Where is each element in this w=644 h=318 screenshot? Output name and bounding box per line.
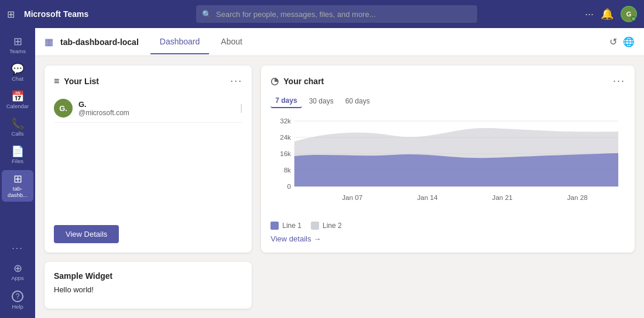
legend-line1: Line 1 [270, 222, 302, 230]
list-item-name: G. [78, 100, 234, 109]
content-area: ▦ tab-dashboard-local Dashboard About ↺ … [35, 28, 644, 318]
teams-icon: ⊞ [13, 36, 22, 47]
list-card-title: ≡ Your List [54, 76, 99, 87]
filter-30days[interactable]: 30 days [304, 94, 338, 108]
filter-60days[interactable]: 60 days [341, 94, 375, 108]
list-item-avatar: G. [54, 99, 73, 117]
app-tab-icon: ▦ [44, 36, 53, 47]
svg-text:Jan 28: Jan 28 [567, 195, 588, 201]
chart-svg: 32k 24k 16k 8k 0 [270, 115, 625, 209]
tab-dashboard-icon: ⊞ [13, 174, 22, 184]
chart-card: ◔ Your chart ··· 7 days 30 days 60 days … [261, 65, 635, 253]
files-icon: 📄 [11, 146, 24, 157]
tab-actions: ↺ 🌐 [609, 36, 635, 47]
svg-text:Jan 14: Jan 14 [417, 195, 438, 201]
chart-card-menu[interactable]: ··· [613, 75, 625, 87]
search-input[interactable] [216, 10, 471, 19]
arrow-icon: → [313, 234, 321, 243]
legend-color-line2 [311, 222, 319, 230]
view-details-link[interactable]: View details → [270, 234, 625, 243]
globe-icon[interactable]: 🌐 [623, 36, 635, 47]
legend-line2: Line 2 [311, 222, 342, 230]
refresh-icon[interactable]: ↺ [609, 36, 617, 47]
chat-icon: 💬 [11, 64, 24, 74]
chart-card-title: ◔ Your chart [270, 75, 324, 87]
legend-color-line1 [270, 222, 279, 230]
chart-card-header: ◔ Your chart ··· [270, 75, 625, 87]
sidebar-item-files[interactable]: 📄 Files [2, 143, 33, 168]
svg-text:Jan 07: Jan 07 [342, 195, 363, 201]
topbar-actions: ··· 🔔 G [585, 6, 637, 22]
sidebar-item-more[interactable]: ··· [2, 240, 33, 257]
calendar-icon: 📅 [11, 91, 24, 102]
list-item-email: @microsoft.com [78, 109, 234, 117]
tab-dashboard[interactable]: Dashboard [150, 30, 210, 54]
widget-card: Sample Widget Hello world! [44, 262, 252, 309]
list-icon: ≡ [54, 76, 59, 87]
svg-text:8k: 8k [284, 167, 292, 174]
online-status-dot [631, 16, 636, 21]
list-card-menu[interactable]: ··· [230, 75, 242, 87]
sidebar-item-calendar[interactable]: 📅 Calendar [2, 88, 33, 113]
help-icon: ? [12, 291, 23, 302]
tab-app-name: tab-dashboard-local [60, 37, 139, 47]
sidebar: ⊞ Teams 💬 Chat 📅 Calendar 📞 Calls 📄 File… [0, 28, 35, 318]
search-icon: 🔍 [202, 10, 211, 19]
notification-icon[interactable]: 🔔 [601, 8, 614, 20]
sidebar-item-teams[interactable]: ⊞ Teams [2, 33, 33, 58]
chart-container: 32k 24k 16k 8k 0 [270, 115, 625, 217]
main-layout: ⊞ Teams 💬 Chat 📅 Calendar 📞 Calls 📄 File… [0, 28, 644, 318]
tab-about[interactable]: About [211, 30, 252, 54]
list-item-indicator: | [240, 103, 242, 113]
sidebar-item-help[interactable]: ? Help [2, 287, 33, 313]
widget-text: Hello world! [54, 285, 242, 294]
calls-icon: 📞 [11, 119, 24, 129]
svg-text:0: 0 [287, 184, 291, 190]
svg-text:24k: 24k [280, 134, 291, 141]
list-card: ≡ Your List ··· G. G. @microsoft.com | [44, 65, 252, 253]
list-item-info: G. @microsoft.com [78, 100, 234, 117]
app-title: Microsoft Teams [24, 9, 88, 19]
view-details-button[interactable]: View Details [54, 225, 119, 243]
svg-text:32k: 32k [280, 118, 291, 125]
sidebar-item-tab-dashboard[interactable]: ⊞ tab-dashb... [2, 170, 33, 202]
apps-icon: ⊕ [13, 263, 22, 274]
sidebar-item-chat[interactable]: 💬 Chat [2, 60, 33, 85]
list-item: G. G. @microsoft.com | [54, 94, 242, 123]
more-options-icon[interactable]: ··· [585, 8, 594, 20]
grid-icon: ⊞ [7, 9, 15, 20]
avatar[interactable]: G [621, 6, 637, 22]
chart-icon: ◔ [270, 75, 279, 87]
svg-text:Jan 21: Jan 21 [492, 195, 513, 201]
sidebar-item-calls[interactable]: 📞 Calls [2, 115, 33, 140]
filter-7days[interactable]: 7 days [270, 94, 302, 108]
dashboard-content: ≡ Your List ··· G. G. @microsoft.com | [35, 56, 644, 318]
search-bar[interactable]: 🔍 [196, 5, 477, 23]
chart-legend: Line 1 Line 2 [270, 222, 625, 230]
list-card-header: ≡ Your List ··· [54, 75, 242, 87]
svg-text:16k: 16k [280, 151, 291, 157]
tab-bar: ▦ tab-dashboard-local Dashboard About ↺ … [35, 28, 644, 56]
widget-title: Sample Widget [54, 271, 242, 281]
sidebar-item-apps[interactable]: ⊕ Apps [2, 260, 33, 285]
chart-filters: 7 days 30 days 60 days [270, 94, 625, 108]
